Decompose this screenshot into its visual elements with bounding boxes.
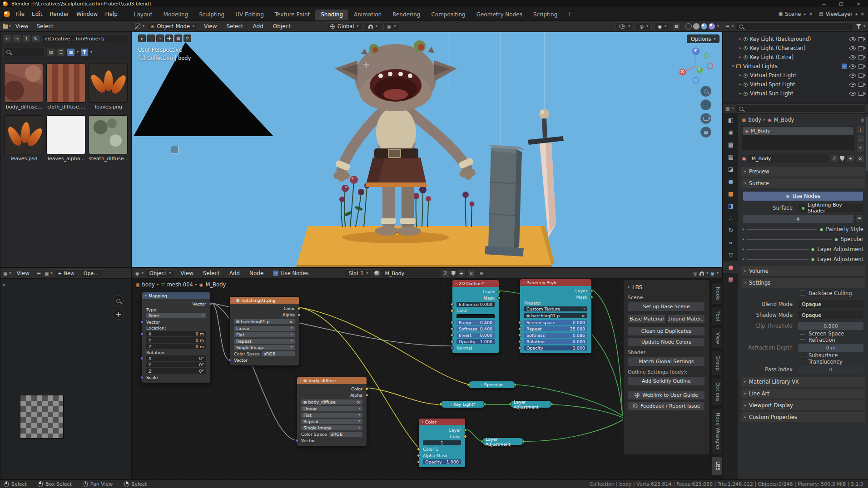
file-path-input[interactable]: i:\Creative...TimProbert\ <box>41 35 128 43</box>
tool-cursor-icon[interactable]: + <box>156 35 164 42</box>
node-color[interactable]: ▾Color Layer Color 1 Color 1 Alpha Mask … <box>418 418 466 468</box>
image-editor-chevron-icon[interactable]: ▾ <box>9 271 11 275</box>
proportional-editing-toggle[interactable]: ◎ ▾ <box>383 22 400 30</box>
shader-type-select[interactable]: Object ▾ <box>146 269 174 277</box>
sidebar-tab-lbs[interactable]: LBS <box>711 457 723 475</box>
shading-dropdown-icon[interactable]: ▾ <box>717 25 719 28</box>
minimize-button[interactable]: — <box>817 1 831 6</box>
shader-menu-add[interactable]: Add <box>226 269 243 278</box>
filter-toggle-button[interactable] <box>80 48 89 56</box>
slot-select[interactable]: Slot 1 ▾ <box>345 269 372 277</box>
tab-modeling[interactable]: Modeling <box>158 10 194 20</box>
new-image-button[interactable]: + New <box>54 269 78 277</box>
tab-uv-editing[interactable]: UV Editing <box>230 10 269 20</box>
breadcrumb-object[interactable]: body <box>748 117 761 123</box>
sidebar-tab-options[interactable]: Options <box>711 378 723 406</box>
mode-select[interactable]: ▣ Object Mode ▾ <box>147 22 198 30</box>
shading-wireframe-button[interactable] <box>685 23 692 30</box>
outliner-filter-icon[interactable] <box>856 24 861 29</box>
use-nodes-toggle[interactable]: ✓ Use Nodes <box>273 270 308 276</box>
nav-back-button[interactable]: ← <box>3 35 11 43</box>
properties-editor-chevron-icon[interactable]: ▾ <box>732 107 734 110</box>
tab-texture-paint[interactable]: Texture Paint <box>269 10 315 20</box>
node-painterly-style[interactable]: ▾Painterly Style Layer Mask Presets: Cus… <box>520 279 592 354</box>
hide-toggle-icon[interactable] <box>849 55 856 59</box>
display-vertical-list-button[interactable]: ▤ <box>47 48 55 56</box>
colorspace-select[interactable]: sRGB <box>262 351 295 356</box>
overlay-chevron-icon[interactable]: ▾ <box>717 271 719 275</box>
expand-icon[interactable]: ▸ <box>739 46 741 50</box>
file-browser-menu-select[interactable]: Select <box>33 22 57 31</box>
filter-chevron-icon[interactable]: ▾ <box>90 50 92 54</box>
menu-render[interactable]: Render <box>46 10 73 19</box>
display-size-chevron-icon[interactable]: ▾ <box>77 50 79 54</box>
tab-compositing[interactable]: Compositing <box>426 10 471 20</box>
tool-measure-icon[interactable]: ▦ <box>174 35 182 42</box>
clip-threshold-field[interactable]: 0.500 <box>798 322 863 330</box>
node-specular[interactable]: ▸Specular <box>468 381 516 389</box>
refraction-depth-field[interactable]: 0 m <box>798 344 863 352</box>
viewport-menu-view[interactable]: View <box>200 22 220 31</box>
render-toggle-icon[interactable] <box>858 74 864 78</box>
pass-index-field[interactable]: 0 <box>798 365 863 374</box>
tab-object-data-icon[interactable]: ▽ <box>723 249 739 261</box>
new-scene-button[interactable]: + <box>803 12 807 16</box>
file-item[interactable]: leaves.png <box>89 64 129 110</box>
nav-forward-button[interactable]: → <box>13 35 21 43</box>
open-image-button[interactable]: Ope... <box>80 269 102 277</box>
shader-layer-row[interactable]: ▸ ● Specular <box>738 234 868 244</box>
render-toggle-icon[interactable] <box>858 83 864 87</box>
section-line-art[interactable]: ▸Line Art <box>741 389 865 399</box>
source-select[interactable]: Single Image▾ <box>234 345 295 350</box>
outliner-editor-chevron-icon[interactable]: ▾ <box>732 25 734 28</box>
node-image-body-diffuse[interactable]: ▾▦body_diffuse Color Alpha ▦body_diffuse… <box>297 377 367 446</box>
use-nodes-checkbox[interactable]: ✓ <box>273 271 278 276</box>
material-datablock-icon[interactable]: ◉ <box>742 156 746 162</box>
layer-count-field[interactable]: 4 <box>743 215 853 223</box>
extension-select[interactable]: Repeat▾ <box>234 339 295 344</box>
tab-tool-icon[interactable]: ◧ <box>723 114 739 126</box>
visibility-dropdown[interactable]: ▾ <box>615 22 634 30</box>
shader-editor-icon[interactable]: ◉ <box>135 271 139 276</box>
outliner-editor-icon[interactable]: ☰ <box>725 24 729 29</box>
tab-output-icon[interactable]: ▤ <box>723 138 739 151</box>
shader-menu-node[interactable]: Node <box>246 269 267 278</box>
interpolation-select[interactable]: Linear▾ <box>301 406 362 411</box>
viewport-zoom-button[interactable] <box>700 86 711 97</box>
navigation-gizmo[interactable]: Z X Y <box>675 44 719 87</box>
render-toggle-icon[interactable] <box>858 55 864 59</box>
tab-scene-icon[interactable]: ◪ <box>723 163 739 175</box>
remove-slot-button[interactable]: − <box>856 135 864 143</box>
ground-material-button[interactable]: Ground Mater... <box>667 314 705 324</box>
pin-icon[interactable]: ⊕ <box>861 118 864 123</box>
interpolation-select[interactable]: Linear▾ <box>234 326 295 331</box>
menu-window[interactable]: Window <box>73 10 101 19</box>
tool-select-box-icon[interactable] <box>147 35 155 42</box>
outliner-filter-chevron-icon[interactable]: ▾ <box>863 25 865 28</box>
snap-node-icon[interactable]: ◎ <box>694 271 698 276</box>
view-layer-selector[interactable]: ▤ ViewLayer + × <box>819 11 864 17</box>
hide-toggle-icon[interactable] <box>849 83 856 87</box>
file-search-input[interactable] <box>3 48 45 56</box>
node-canvas[interactable]: ▣ body ▸ ▽ mesh.004 ▸ ◉ M_Body ▾Mapping … <box>132 279 723 480</box>
stone-pillar[interactable] <box>485 145 525 256</box>
snap-chevron-icon[interactable]: ▾ <box>706 271 708 275</box>
node-mapping[interactable]: ▾Mapping Vector Type: Point▾ Vector Loca… <box>142 292 211 383</box>
outliner-row[interactable]: ▸ Virtual Point Light <box>723 71 868 80</box>
browse-image-icon[interactable]: ▦ <box>45 271 49 276</box>
tab-physics-icon[interactable]: ↻ <box>723 224 739 237</box>
pin-icon[interactable]: ⊕ <box>480 271 484 276</box>
tab-animation[interactable]: Animation <box>348 10 387 20</box>
weblink-user-guide-button[interactable]: Weblink to User Guide <box>628 390 705 400</box>
section-material-library[interactable]: ▸Material Library VX <box>741 377 865 387</box>
overlay-toggle-icon[interactable]: ◉ <box>710 271 714 276</box>
outliner-row[interactable]: ▸ Virtual Sun Light <box>723 89 868 98</box>
hide-toggle-icon[interactable] <box>849 46 856 50</box>
sidebar-tab-group[interactable]: Group <box>711 351 723 375</box>
viewport-editor-icon[interactable] <box>135 24 140 29</box>
expand-icon[interactable]: ▸ <box>739 74 741 77</box>
tab-material-icon[interactable]: ● <box>723 261 739 273</box>
projection-select[interactable]: Flat▾ <box>301 413 362 418</box>
match-global-settings-button[interactable]: Match Global Settings <box>628 357 705 366</box>
file-browser-editor-icon[interactable] <box>3 25 8 29</box>
